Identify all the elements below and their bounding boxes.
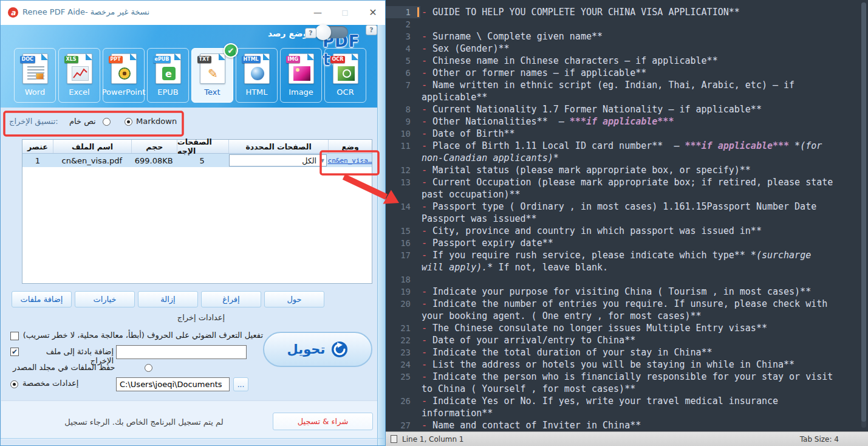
editor-line[interactable]: 20- Indicate the number of entries you r…: [386, 298, 859, 322]
output-format-label: تنسيق الإخراج:: [9, 117, 58, 126]
xls-file-icon: XLS: [67, 53, 92, 84]
format-epub-button[interactable]: ePUB e EPUB: [147, 48, 189, 103]
format-html-button[interactable]: HTML HTML: [236, 48, 278, 103]
col-selected-pages: الصفحات المحددة: [228, 140, 328, 153]
txt-file-icon: TXT ✎: [200, 53, 225, 84]
scrollbar-thumb[interactable]: [861, 2, 866, 422]
output-path-input[interactable]: [116, 377, 230, 391]
toggle-knob[interactable]: [315, 24, 331, 40]
editor-line[interactable]: 9- Other Nationalities** – ***if applica…: [386, 115, 859, 128]
line-content: - List the address or hotels you will be…: [420, 359, 835, 371]
buy-register-button[interactable]: شراء & تسجيل: [273, 413, 373, 430]
help-icon[interactable]: ?: [366, 25, 377, 35]
line-content: - Other or former names – if applicable*…: [420, 67, 835, 79]
editor-line[interactable]: 14- Passport type ( Ordinary , in most c…: [386, 201, 859, 225]
editor-line[interactable]: 27- Name and contact of Inviter in China…: [386, 419, 859, 431]
editor-line[interactable]: 26- Indicate Yes or No. If yes, write yo…: [386, 395, 859, 419]
line-content: - Current Nationality 1.7 Former Nationa…: [420, 103, 835, 115]
format-powerpoint-button[interactable]: PPT PowerPoint: [103, 48, 145, 103]
about-button[interactable]: حول: [264, 291, 324, 307]
line-content: [420, 18, 835, 30]
line-content: - Marital status (please mark appropriat…: [420, 164, 835, 176]
editor-line[interactable]: 19- Indicate your purpose for visiting C…: [386, 286, 859, 298]
format-word-button[interactable]: DOC Word: [14, 48, 56, 103]
format-image-button[interactable]: IMG Image: [280, 48, 322, 103]
browse-button[interactable]: ...: [233, 377, 248, 391]
editor-line[interactable]: 24- List the address or hotels you will …: [386, 359, 859, 371]
markdown-radio[interactable]: [125, 118, 132, 126]
editor-line[interactable]: 15- City, province and country in which …: [386, 225, 859, 237]
save-source-radio[interactable]: [145, 364, 152, 372]
selected-pages-dropdown[interactable]: الكل ▼: [229, 154, 327, 166]
convert-button[interactable]: تحويل: [263, 332, 372, 367]
options-button[interactable]: خيارات: [75, 291, 135, 307]
img-file-icon: IMG: [289, 53, 314, 84]
clear-button[interactable]: إفراغ: [201, 291, 261, 307]
line-content: - Passport type ( Ordinary , in most cas…: [420, 201, 835, 225]
line-number: 20: [386, 298, 420, 322]
custom-settings-radio[interactable]: [10, 380, 18, 388]
line-content: - Chinese name in Chinese characters – i…: [420, 55, 835, 67]
close-button[interactable]: ✕: [363, 4, 383, 20]
markdown-radio-label[interactable]: Markdown: [136, 117, 177, 126]
ocr-checkbox-label[interactable]: تفعيل التعرف الضوئي على الحروف (أبطأ، مع…: [22, 331, 263, 340]
line-content: - Surname \ Complete given name**: [420, 30, 835, 43]
mode-toggle[interactable]: [319, 26, 348, 38]
editor-line[interactable]: 25- Indicate the person who is financial…: [386, 371, 859, 395]
editor-line[interactable]: 10- Date of Birth**: [386, 128, 859, 140]
scrollbar[interactable]: [861, 2, 866, 428]
help-icon[interactable]: ?: [305, 28, 316, 38]
editor-line[interactable]: 1- GUIDE TO HELP YOU COMPLETE YOUR CHINA…: [386, 6, 859, 18]
preview-file-link[interactable]: cn&en_visa…: [328, 157, 372, 165]
status-icon[interactable]: [391, 435, 397, 443]
add-files-button[interactable]: إضافة ملفات: [12, 291, 72, 307]
editor-line[interactable]: 16- Passport expiry date**: [386, 237, 859, 249]
line-content: - If you require rush service, please in…: [420, 249, 835, 273]
line-number: 19: [386, 286, 420, 298]
register-message: لم يتم تسجيل البرنامج الخاص بك. الرجاء ت…: [26, 417, 262, 427]
editor-line[interactable]: 6- Other or former names – if applicable…: [386, 67, 859, 79]
line-number: 18: [386, 273, 420, 286]
editor-line[interactable]: 21- The Chinese consulate no longer issu…: [386, 322, 859, 334]
editor-line[interactable]: 7- Name written in ethnic script (eg. In…: [386, 79, 859, 103]
tab-size[interactable]: Tab Size: 4: [800, 435, 839, 444]
raw-text-radio-label[interactable]: نص خام: [69, 117, 96, 126]
remove-button[interactable]: إزالة: [138, 291, 198, 307]
text-editor[interactable]: 1- GUIDE TO HELP YOU COMPLETE YOUR CHINA…: [386, 0, 868, 446]
format-text-button[interactable]: TXT ✎ ✔ Text: [191, 48, 233, 103]
line-content: [420, 273, 835, 286]
editor-content[interactable]: 1- GUIDE TO HELP YOU COMPLETE YOUR CHINA…: [386, 6, 859, 431]
editor-line[interactable]: 13- Current Occupation (please mark appr…: [386, 176, 859, 201]
editor-line[interactable]: 22- Date of your arrival/entry to China*…: [386, 334, 859, 346]
table-row[interactable]: 1 cn&en_visa.pdf 699.08KB 5 الكل ▼ cn&en…: [22, 154, 372, 167]
format-ocr-button[interactable]: OCR OCR: [324, 48, 366, 103]
line-content: - City, province and country in which pa…: [420, 225, 835, 237]
table-header: عنصر اسم الملف حجم الصفحات الإجه الصفحات…: [22, 140, 372, 154]
prefix-input[interactable]: [116, 345, 247, 359]
editor-line[interactable]: 23- Indicate the total duration of your …: [386, 346, 859, 359]
prefix-checkbox[interactable]: ✔: [10, 348, 19, 356]
chevron-down-icon: ▼: [321, 158, 324, 163]
save-source-radio-label[interactable]: حفظ الملفات في مجلد المصدر: [13, 363, 115, 372]
editor-line[interactable]: 17- If you require rush service, please …: [386, 249, 859, 273]
line-number: 8: [386, 103, 420, 115]
format-excel-button[interactable]: XLS Excel: [58, 48, 100, 103]
editor-line[interactable]: 3- Surname \ Complete given name**: [386, 30, 859, 43]
editor-line[interactable]: 5- Chinese name in Chinese characters – …: [386, 55, 859, 67]
editor-line[interactable]: 4- Sex (Gender)**: [386, 43, 859, 55]
col-mode: وضع: [328, 140, 372, 153]
line-number: 27: [386, 419, 420, 431]
refresh-icon: [331, 341, 348, 358]
raw-text-radio[interactable]: [103, 118, 111, 126]
line-content: - Indicate Yes or No. If yes, write your…: [420, 395, 835, 419]
editor-line[interactable]: 11- Place of Birth 1.11 Local ID card nu…: [386, 140, 859, 164]
file-table: عنصر اسم الملف حجم الصفحات الإجه الصفحات…: [22, 139, 372, 284]
minimize-button[interactable]: —: [308, 4, 327, 20]
line-content: - Other Nationalities** – ***if applicab…: [420, 115, 835, 128]
editor-line[interactable]: 18: [386, 273, 859, 286]
editor-line[interactable]: 2: [386, 18, 859, 30]
custom-settings-radio-label[interactable]: إعدادات مخصصة: [22, 379, 78, 388]
ocr-checkbox[interactable]: [10, 332, 19, 340]
editor-line[interactable]: 8- Current Nationality 1.7 Former Nation…: [386, 103, 859, 115]
editor-line[interactable]: 12- Marital status (please mark appropri…: [386, 164, 859, 176]
